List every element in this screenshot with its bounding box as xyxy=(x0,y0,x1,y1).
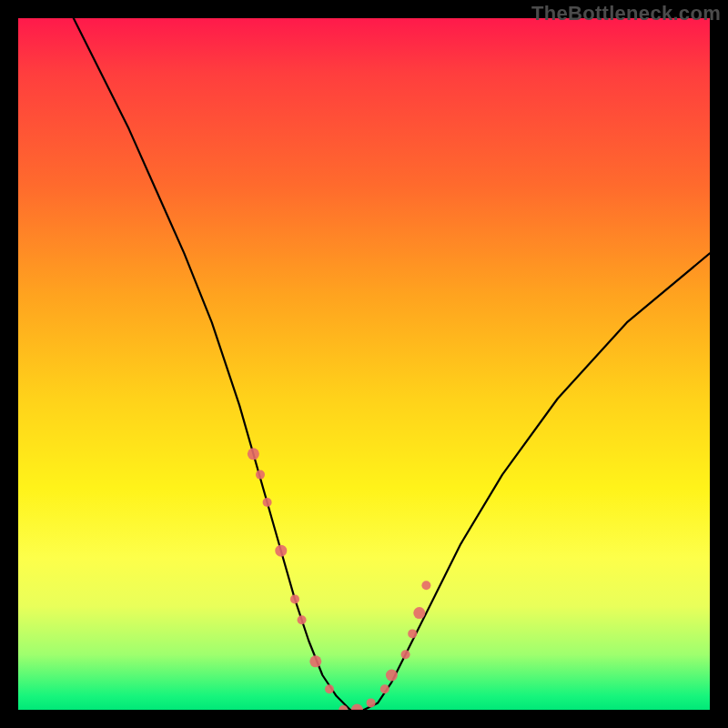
marker-point xyxy=(309,655,321,667)
chart-svg xyxy=(18,18,710,710)
marker-point xyxy=(290,594,299,603)
chart-frame: TheBottleneck.com xyxy=(0,0,728,728)
bottleneck-curve xyxy=(74,18,710,710)
marker-point xyxy=(421,581,430,590)
plot-area xyxy=(18,18,710,710)
marker-point xyxy=(386,670,398,682)
marker-point xyxy=(256,470,265,480)
watermark-text: TheBottleneck.com xyxy=(531,2,721,25)
marker-point xyxy=(298,615,307,624)
marker-point xyxy=(401,650,410,659)
marker-point xyxy=(367,698,376,707)
marker-point xyxy=(380,684,389,693)
marker-point xyxy=(351,704,363,711)
marker-point xyxy=(325,684,334,693)
marker-point xyxy=(408,629,417,638)
marker-point xyxy=(413,607,425,619)
marker-point xyxy=(263,498,272,507)
marker-point xyxy=(275,545,287,557)
marker-point xyxy=(248,448,259,460)
